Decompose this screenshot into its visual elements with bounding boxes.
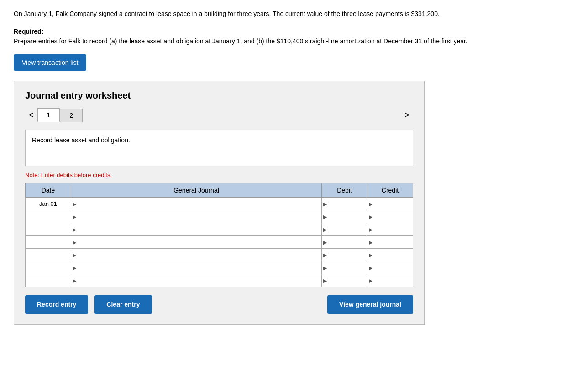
general-journal-cell[interactable]: ▶: [71, 223, 322, 236]
date-cell: [26, 210, 71, 223]
credit-input[interactable]: [367, 223, 413, 235]
general-journal-input[interactable]: [71, 210, 321, 223]
next-tab-button[interactable]: >: [401, 109, 413, 122]
credit-input[interactable]: [367, 198, 413, 210]
general-journal-input[interactable]: [71, 249, 321, 261]
table-row: Jan 01▶▶▶: [26, 198, 413, 210]
credit-cell[interactable]: ▶: [367, 236, 413, 249]
credit-input[interactable]: [367, 274, 413, 287]
date-cell: [26, 274, 71, 287]
debit-input[interactable]: [322, 236, 367, 248]
general-journal-cell[interactable]: ▶: [71, 210, 322, 223]
credit-input[interactable]: [367, 249, 413, 261]
credit-cell[interactable]: ▶: [367, 210, 413, 223]
general-journal-input[interactable]: [71, 198, 321, 210]
credit-cell[interactable]: ▶: [367, 223, 413, 236]
required-paragraph: Prepare entries for Falk to record (a) t…: [14, 37, 467, 45]
date-cell: [26, 249, 71, 261]
general-journal-cell[interactable]: ▶: [71, 249, 322, 261]
col-header-date: Date: [26, 183, 71, 198]
tabs-row: < 1 2 >: [25, 108, 413, 122]
date-cell: [26, 261, 71, 274]
prev-tab-button[interactable]: <: [25, 109, 37, 122]
debit-input[interactable]: [322, 261, 367, 274]
credit-input[interactable]: [367, 261, 413, 274]
debit-input[interactable]: [322, 223, 367, 235]
required-label: Required:: [14, 28, 43, 35]
general-journal-cell[interactable]: ▶: [71, 236, 322, 249]
general-journal-input[interactable]: [71, 236, 321, 248]
table-row: ▶▶▶: [26, 223, 413, 236]
debit-cell[interactable]: ▶: [322, 198, 367, 210]
debit-input[interactable]: [322, 249, 367, 261]
worksheet-container: Journal entry worksheet < 1 2 > Record l…: [14, 81, 425, 325]
debit-input[interactable]: [322, 198, 367, 210]
credit-cell[interactable]: ▶: [367, 249, 413, 261]
general-journal-cell[interactable]: ▶: [71, 261, 322, 274]
record-entry-button[interactable]: Record entry: [25, 295, 88, 314]
date-cell: Jan 01: [26, 198, 71, 210]
col-header-debit: Debit: [322, 183, 367, 198]
description-box: Record lease asset and obligation.: [25, 130, 413, 166]
clear-entry-button[interactable]: Clear entry: [94, 295, 152, 314]
tab-2[interactable]: 2: [60, 109, 83, 122]
debit-cell[interactable]: ▶: [322, 274, 367, 287]
general-journal-input[interactable]: [71, 223, 321, 235]
date-cell: [26, 236, 71, 249]
debit-cell[interactable]: ▶: [322, 223, 367, 236]
debit-cell[interactable]: ▶: [322, 210, 367, 223]
debit-cell[interactable]: ▶: [322, 249, 367, 261]
credit-input[interactable]: [367, 236, 413, 248]
col-header-credit: Credit: [367, 183, 413, 198]
required-section: Required: Prepare entries for Falk to re…: [14, 27, 563, 46]
table-row: ▶▶▶: [26, 210, 413, 223]
journal-table: Date General Journal Debit Credit Jan 01…: [25, 183, 413, 287]
general-journal-cell[interactable]: ▶: [71, 274, 322, 287]
debit-cell[interactable]: ▶: [322, 236, 367, 249]
credit-cell[interactable]: ▶: [367, 274, 413, 287]
date-cell: [26, 223, 71, 236]
debit-input[interactable]: [322, 274, 367, 287]
table-row: ▶▶▶: [26, 249, 413, 261]
buttons-row: Record entry Clear entry View general jo…: [25, 295, 413, 314]
credit-input[interactable]: [367, 210, 413, 223]
table-row: ▶▶▶: [26, 236, 413, 249]
debit-cell[interactable]: ▶: [322, 261, 367, 274]
table-row: ▶▶▶: [26, 274, 413, 287]
credit-cell[interactable]: ▶: [367, 198, 413, 210]
tab-1[interactable]: 1: [37, 108, 60, 122]
note-text: Note: Enter debits before credits.: [25, 172, 413, 178]
table-row: ▶▶▶: [26, 261, 413, 274]
credit-cell[interactable]: ▶: [367, 261, 413, 274]
worksheet-title: Journal entry worksheet: [25, 90, 413, 101]
col-header-general-journal: General Journal: [71, 183, 322, 198]
intro-paragraph: On January 1, Falk Company signed a cont…: [14, 9, 563, 19]
view-transaction-list-button[interactable]: View transaction list: [14, 54, 86, 71]
general-journal-input[interactable]: [71, 274, 321, 287]
general-journal-input[interactable]: [71, 261, 321, 274]
view-general-journal-button[interactable]: View general journal: [327, 295, 413, 314]
debit-input[interactable]: [322, 210, 367, 223]
general-journal-cell[interactable]: ▶: [71, 198, 322, 210]
